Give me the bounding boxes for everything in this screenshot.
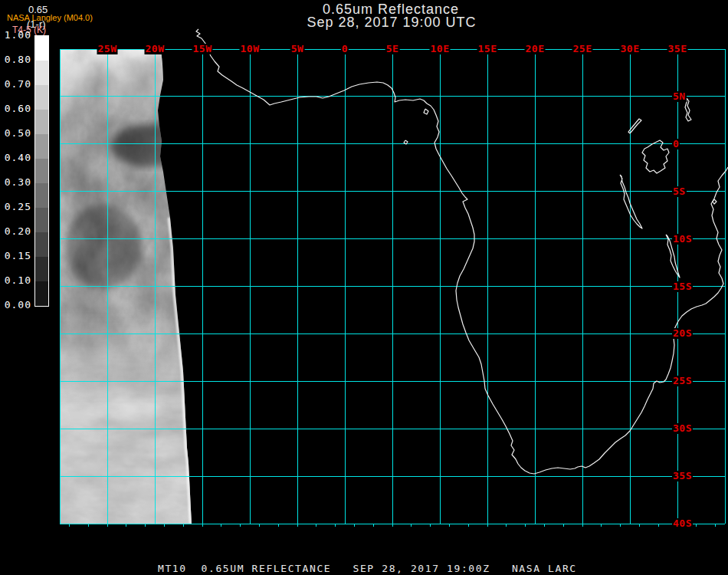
coastline-bioko-island (424, 109, 428, 114)
colorbar-tick-label: 0.10 (0, 274, 31, 286)
lat-label-15S: 15S (672, 281, 693, 292)
lon-label-30E: 30E (620, 44, 641, 54)
lat-label-5N: 5N (672, 91, 687, 102)
page-subtitle-timestamp: Sep 28, 2017 19:00 UTC (307, 15, 476, 31)
lat-label-30S: 30S (672, 423, 693, 434)
coastline-zanzibar-island (713, 199, 717, 204)
lon-label-25E: 25E (572, 44, 593, 54)
lon-label-15E: 15E (477, 44, 498, 54)
lon-label-5W: 5W (290, 44, 305, 54)
colorbar-tick-label: 0.15 (0, 250, 31, 261)
lon-label-15W: 15W (192, 44, 213, 54)
coastline-lake-albert (628, 119, 641, 133)
coastline-lake-victoria (642, 140, 669, 173)
coastline-africa-mainland (196, 29, 728, 474)
colorbar-segment (35, 36, 48, 61)
colorbar-segment (35, 159, 48, 183)
lon-label-20E: 20E (525, 44, 546, 54)
source-label: NASA Langley (M04.0) (7, 13, 93, 22)
coastline-overlay (196, 29, 728, 474)
coastline-lake-tanganyika (620, 175, 642, 228)
lon-label-10E: 10E (430, 44, 451, 54)
colorbar-segment (35, 183, 48, 208)
colorbar-segment (35, 110, 48, 134)
colorbar-tick-label: 0.60 (0, 103, 31, 114)
colorbar-tick-label: 1.00 (0, 29, 31, 41)
dark-cloud-gap (111, 124, 191, 167)
coastline-sao-tome-island (404, 140, 408, 144)
lat-label-20S: 20S (672, 328, 693, 339)
map-plot (0, 0, 728, 575)
colorbar-segment (35, 85, 48, 110)
colorbar-segment (35, 257, 48, 281)
lat-label-35S: 35S (672, 471, 693, 481)
lat-label-5S: 5S (672, 186, 687, 197)
lon-label-5E: 5E (385, 44, 400, 54)
lon-label-20W: 20W (145, 44, 166, 54)
lon-label-10W: 10W (240, 44, 261, 54)
colorbar-segment (35, 208, 48, 232)
colorbar-segment (35, 134, 48, 159)
colorbar-tick-label: 0.50 (0, 127, 31, 139)
dark-cloud-gap (65, 205, 142, 289)
lat-label-0: 0 (672, 139, 680, 150)
colorbar-tick-label: 0.20 (0, 225, 31, 237)
colorbar-tick-label: 0.40 (0, 152, 31, 163)
reflectance-colorbar (34, 35, 49, 307)
colorbar-tick-label: 0.80 (0, 54, 31, 65)
colorbar-segment (35, 281, 48, 306)
colorbar-segment (35, 61, 48, 85)
colorbar-tick-label: 0.70 (0, 78, 31, 90)
lat-label-10S: 10S (672, 234, 693, 245)
colorbar-segment (35, 232, 48, 257)
satellite-viewer-screen: 25W20W15W10W5W05E10E15E20E25E30E35E5N05S… (0, 0, 728, 575)
colorbar-tick-label: 0.30 (0, 176, 31, 188)
lon-label-35E: 35E (667, 44, 688, 54)
lat-label-40S: 40S (672, 518, 693, 529)
colorbar-tick-label: 0.00 (0, 299, 31, 310)
lat-label-25S: 25S (672, 376, 693, 386)
colorbar-tick-label: 0.25 (0, 201, 31, 212)
lon-label-0: 0 (341, 44, 349, 54)
status-bar-text: MT10 0.65UM REFLECTANCE SEP 28, 2017 19:… (158, 563, 577, 574)
lon-label-25W: 25W (97, 44, 118, 54)
